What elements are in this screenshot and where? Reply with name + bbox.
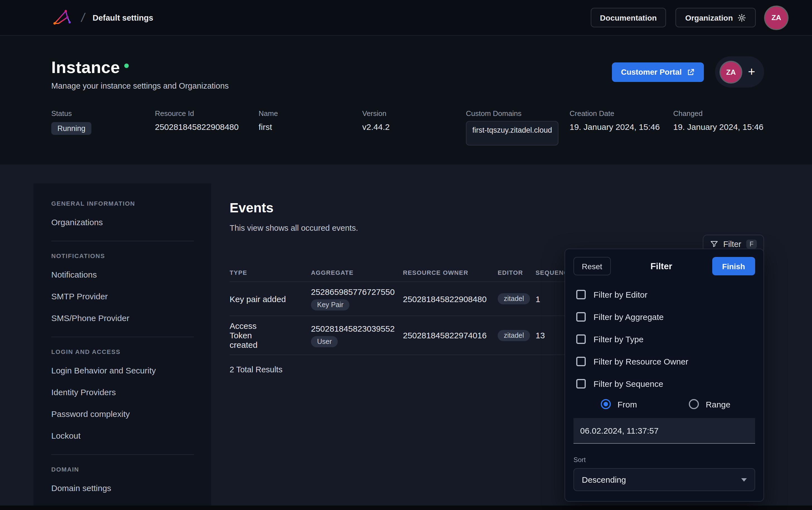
radio-icon <box>601 399 611 409</box>
sidebar-item-domain-settings[interactable]: Domain settings <box>51 477 194 499</box>
sidebar-item-sms-phone-provider[interactable]: SMS/Phone Provider <box>51 307 194 329</box>
editor-chip: zitadel <box>498 330 530 341</box>
instance-members: ZA + <box>715 56 764 87</box>
sidebar-section-notifications: Notifications <box>51 253 194 259</box>
filter-panel: Reset Filter Finish Filter by Editor Fil… <box>564 249 764 502</box>
datetime-input[interactable]: 06.02.2024, 11:37:57 <box>574 418 755 444</box>
funnel-icon <box>710 240 718 248</box>
keyboard-shortcut-badge: F <box>746 239 757 248</box>
chevron-down-icon <box>741 478 747 481</box>
changed-date-value: 19. January 2024, 15:46 <box>673 122 777 132</box>
events-title: Events <box>230 200 812 216</box>
version-value: v2.44.2 <box>362 122 466 132</box>
column-header-aggregate: Aggregate <box>311 269 403 276</box>
filter-by-resource-owner-checkbox[interactable]: Filter by Resource Owner <box>574 350 755 372</box>
aggregate-id: 252865985776727550 <box>311 287 395 296</box>
column-header-type: Type <box>230 269 311 276</box>
resource-owner: 250281845822908480 <box>403 294 498 304</box>
customer-portal-button[interactable]: Customer Portal <box>612 62 704 82</box>
settings-sidebar: General Information Organizations Notifi… <box>33 183 211 510</box>
divider <box>51 337 194 337</box>
filter-by-aggregate-checkbox[interactable]: Filter by Aggregate <box>574 306 755 328</box>
radio-icon <box>689 399 699 409</box>
sidebar-section-general: General Information <box>51 200 194 207</box>
aggregate-id: 250281845823039552 <box>311 323 395 333</box>
sidebar-section-domain: Domain <box>51 466 194 473</box>
sort-label: Sort <box>574 456 755 464</box>
meta-label: Creation Date <box>570 109 673 118</box>
events-description: This view shows all occured events. <box>230 224 812 232</box>
breadcrumb: Default settings <box>92 13 153 22</box>
sidebar-item-lockout[interactable]: Lockout <box>51 425 194 447</box>
external-link-icon <box>687 68 695 76</box>
event-type: Access Token created <box>230 321 311 349</box>
filter-by-editor-checkbox[interactable]: Filter by Editor <box>574 283 755 306</box>
column-header-editor: Editor <box>498 269 535 276</box>
add-member-button[interactable]: + <box>748 66 755 78</box>
aggregate-type-chip: User <box>311 336 338 347</box>
meta-label: Custom Domains <box>466 109 570 118</box>
reset-button[interactable]: Reset <box>574 257 611 275</box>
checkbox-icon <box>576 312 586 321</box>
status-dot <box>124 63 129 68</box>
custom-domain-box[interactable]: first-tqszuy.zitadel.cloud <box>466 121 558 145</box>
status-badge: Running <box>51 122 92 135</box>
checkbox-icon <box>576 334 586 344</box>
sidebar-item-notifications[interactable]: Notifications <box>51 264 194 285</box>
checkbox-icon <box>576 357 586 366</box>
sort-select[interactable]: Descending <box>574 468 755 491</box>
breadcrumb-separator: / <box>80 10 86 25</box>
aggregate-type-chip: Key Pair <box>311 299 350 310</box>
range-radio[interactable]: Range <box>664 399 755 409</box>
bottom-strip <box>0 506 812 510</box>
member-avatar[interactable]: ZA <box>721 62 741 82</box>
filter-by-sequence-checkbox[interactable]: Filter by Sequence <box>574 372 755 395</box>
divider <box>51 454 194 455</box>
meta-label: Version <box>362 109 466 118</box>
creation-date-value: 19. January 2024, 15:46 <box>570 122 673 132</box>
topbar: / Default settings Documentation Organiz… <box>0 0 812 36</box>
page-title: Instance <box>51 58 120 77</box>
name-value: first <box>259 122 362 132</box>
resource-owner: 250281845822974016 <box>403 331 498 340</box>
meta-label: Resource Id <box>155 109 259 118</box>
sidebar-item-login-behavior[interactable]: Login Behavior and Security <box>51 360 194 381</box>
checkbox-icon <box>576 379 586 388</box>
finish-button[interactable]: Finish <box>712 257 755 275</box>
meta-label: Status <box>51 109 155 118</box>
gear-icon <box>737 13 746 22</box>
filter-panel-title: Filter <box>650 261 672 271</box>
meta-label: Name <box>259 109 362 118</box>
filter-by-type-checkbox[interactable]: Filter by Type <box>574 328 755 350</box>
sidebar-item-identity-providers[interactable]: Identity Providers <box>51 381 194 403</box>
editor-chip: zitadel <box>498 293 530 304</box>
sidebar-item-password-complexity[interactable]: Password complexity <box>51 403 194 425</box>
resource-id-value: 250281845822908480 <box>155 122 259 132</box>
from-radio[interactable]: From <box>574 399 664 409</box>
sidebar-item-smtp-provider[interactable]: SMTP Provider <box>51 285 194 307</box>
sidebar-section-login-access: Login and Access <box>51 348 194 355</box>
instance-hero: Instance Manage your instance settings a… <box>0 36 812 164</box>
sidebar-item-organizations[interactable]: Organizations <box>51 211 194 233</box>
app-window: / Default settings Documentation Organiz… <box>0 0 812 510</box>
user-avatar[interactable]: ZA <box>765 6 787 29</box>
checkbox-icon <box>576 289 586 299</box>
zitadel-logo[interactable] <box>51 9 74 26</box>
organization-button[interactable]: Organization <box>676 8 756 27</box>
divider <box>51 241 194 242</box>
event-type: Key pair added <box>230 294 311 304</box>
instance-meta: Status Running Resource Id 2502818458229… <box>51 109 812 145</box>
meta-label: Changed <box>673 109 777 118</box>
documentation-button[interactable]: Documentation <box>590 8 666 27</box>
column-header-resource-owner: Resource Owner <box>403 269 498 276</box>
